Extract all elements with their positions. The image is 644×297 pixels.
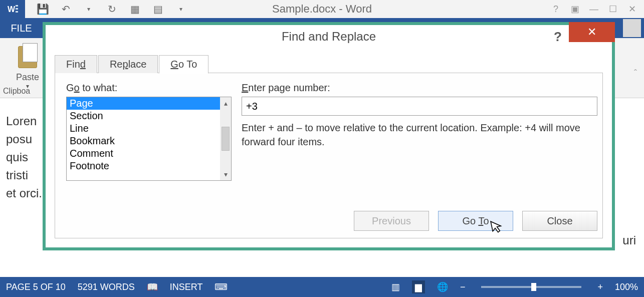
dialog-help-icon[interactable]: ? <box>554 29 562 45</box>
paste-icon[interactable] <box>16 42 40 70</box>
zoom-level[interactable]: 100% <box>615 282 638 292</box>
list-item[interactable]: Line <box>67 122 220 135</box>
svg-rect-2 <box>16 5 18 7</box>
zoom-out-icon[interactable]: − <box>460 282 466 292</box>
scroll-up-icon[interactable]: ▴ <box>224 99 228 107</box>
zoom-in-icon[interactable]: + <box>597 282 603 292</box>
redo-icon[interactable]: ↻ <box>102 2 121 16</box>
new-doc-icon[interactable]: ▦ <box>125 2 144 16</box>
tab-goto[interactable]: Go To <box>159 55 208 74</box>
user-avatar-icon[interactable] <box>623 19 641 37</box>
doc-fragment: uri <box>622 233 636 247</box>
previous-button: Previous <box>354 211 429 231</box>
svg-text:W: W <box>8 5 16 14</box>
list-item[interactable]: Comment <box>67 147 220 160</box>
status-mode: INSERT <box>170 282 203 292</box>
web-layout-icon[interactable]: 🌐 <box>437 281 448 292</box>
goto-what-listbox[interactable]: Page Section Line Bookmark Comment Footn… <box>66 97 232 181</box>
scrollbar-thumb[interactable] <box>222 127 230 151</box>
spellcheck-icon[interactable]: 📖 <box>147 281 158 292</box>
clipboard-group-label: Clipboa <box>3 87 30 96</box>
goto-hint: Enter + and – to move relative to the cu… <box>242 121 597 149</box>
list-item[interactable]: Page <box>67 97 220 110</box>
save-icon[interactable]: 💾 <box>33 2 52 16</box>
titlebar: W 💾 ↶ ▾ ↻ ▦ ▤ ▾ Sample.docx - Word ? ▣ —… <box>0 0 644 18</box>
macro-icon[interactable]: ⌨ <box>214 281 228 292</box>
print-layout-icon[interactable]: ▆ <box>412 280 425 293</box>
listbox-scrollbar[interactable]: ▴ ▾ <box>220 97 231 180</box>
tab-find[interactable]: Find <box>55 55 97 73</box>
maximize-icon[interactable]: ☐ <box>604 4 622 15</box>
close-window-icon[interactable]: ✕ <box>623 4 641 15</box>
ribbon-display-icon[interactable]: ▣ <box>566 4 584 15</box>
list-item[interactable]: Footnote <box>67 160 220 172</box>
scroll-down-icon[interactable]: ▾ <box>224 170 228 178</box>
dialog-title: Find and Replace <box>46 30 612 44</box>
find-replace-dialog: Find and Replace ? ✕ Find Replace Go To … <box>43 22 615 250</box>
page-number-input[interactable] <box>242 97 597 116</box>
qat-more-icon[interactable]: ▾ <box>171 2 190 16</box>
help-icon[interactable]: ? <box>547 4 565 15</box>
collapse-ribbon-icon[interactable]: ˆ <box>634 68 637 79</box>
svg-rect-4 <box>16 11 18 13</box>
qat-dropdown-icon[interactable]: ▾ <box>79 2 98 16</box>
quick-access-toolbar: 💾 ↶ ▾ ↻ ▦ ▤ ▾ <box>25 2 190 16</box>
read-mode-icon[interactable]: ▥ <box>391 281 400 292</box>
goto-button[interactable]: Go To <box>438 211 513 231</box>
tab-replace[interactable]: Replace <box>98 55 158 73</box>
dialog-titlebar[interactable]: Find and Replace ? ✕ <box>46 25 612 48</box>
zoom-slider[interactable] <box>481 286 581 288</box>
dialog-close-button[interactable]: ✕ <box>569 22 615 42</box>
list-item[interactable]: Bookmark <box>67 135 220 147</box>
file-tab[interactable]: FILE <box>0 18 43 38</box>
enter-page-label: Enter page number: <box>242 82 597 94</box>
status-bar: PAGE 5 OF 10 5291 WORDS 📖 INSERT ⌨ ▥ ▆ 🌐… <box>0 277 644 297</box>
close-button[interactable]: Close <box>522 211 597 231</box>
status-page[interactable]: PAGE 5 OF 10 <box>6 282 66 292</box>
word-logo: W <box>0 0 25 18</box>
minimize-icon[interactable]: — <box>585 4 603 15</box>
goto-panel: Go to what: Page Section Line Bookmark C… <box>55 73 603 238</box>
svg-rect-3 <box>16 8 18 10</box>
status-words[interactable]: 5291 WORDS <box>78 282 135 292</box>
dialog-tabs: Find Replace Go To <box>55 53 603 73</box>
window-controls: ? ▣ — ☐ ✕ <box>547 0 644 18</box>
list-item[interactable]: Section <box>67 110 220 122</box>
undo-icon[interactable]: ↶ <box>56 2 75 16</box>
table-icon[interactable]: ▤ <box>148 2 167 16</box>
